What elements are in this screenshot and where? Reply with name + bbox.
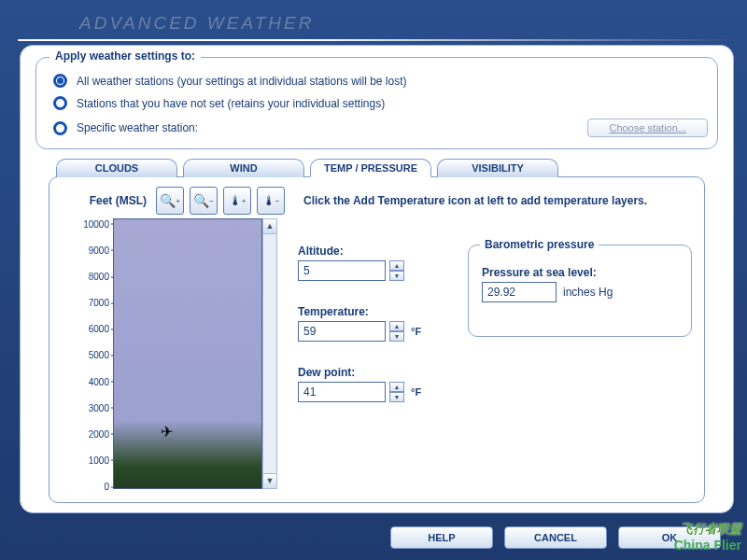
zoom-out-icon[interactable]: 🔍− bbox=[190, 187, 218, 215]
y-tick: 9000 bbox=[89, 245, 109, 255]
temperature-label: Temperature: bbox=[298, 305, 447, 318]
apply-settings-group: Apply weather settings to: All weather s… bbox=[35, 57, 718, 149]
y-axis: 10000 9000 8000 7000 6000 5000 4000 3000… bbox=[63, 218, 113, 489]
chevron-up-icon[interactable]: ▲ bbox=[389, 321, 404, 331]
y-tick: 5000 bbox=[89, 350, 109, 360]
scroll-up-icon[interactable]: ▲ bbox=[263, 219, 276, 234]
scroll-track[interactable] bbox=[263, 234, 276, 473]
tab-temp-pressure[interactable]: TEMP / PRESSURE bbox=[310, 159, 431, 177]
apply-settings-legend: Apply weather settings to: bbox=[49, 49, 201, 63]
cancel-button[interactable]: CANCEL bbox=[504, 526, 607, 549]
help-button[interactable]: HELP bbox=[390, 526, 493, 549]
footer-buttons: HELP CANCEL OK bbox=[14, 513, 740, 549]
watermark-text: 飞行者联盟 bbox=[681, 521, 741, 538]
add-temperature-icon[interactable]: 🌡+ bbox=[223, 187, 251, 215]
y-tick: 7000 bbox=[89, 298, 109, 308]
advanced-weather-window: ADVANCED WEATHER Apply weather settings … bbox=[14, 7, 740, 551]
pressure-input[interactable] bbox=[482, 282, 557, 302]
temperature-spinner[interactable]: ▲ ▼ bbox=[389, 321, 404, 342]
altitude-input[interactable] bbox=[298, 260, 386, 281]
chevron-down-icon[interactable]: ▼ bbox=[389, 331, 404, 342]
altitude-label: Altitude: bbox=[298, 245, 447, 258]
chevron-up-icon[interactable]: ▲ bbox=[389, 260, 404, 271]
radio-unset-stations[interactable]: Stations that you have not set (retains … bbox=[53, 96, 708, 110]
pressure-unit: inches Hg bbox=[563, 286, 613, 299]
y-tick: 4000 bbox=[89, 376, 109, 386]
chevron-up-icon[interactable]: ▲ bbox=[389, 382, 404, 392]
altitude-spinner[interactable]: ▲ ▼ bbox=[389, 260, 404, 281]
y-tick: 3000 bbox=[89, 402, 109, 413]
dewpoint-spinner[interactable]: ▲ ▼ bbox=[389, 382, 404, 402]
pressure-legend: Barometric pressure bbox=[480, 238, 599, 251]
radio-label: All weather stations (your settings at i… bbox=[77, 75, 407, 88]
toolbar-row: Feet (MSL) 🔍+ 🔍− 🌡+ 🌡− Click the Add Tem… bbox=[63, 187, 691, 215]
temperature-field-group: Temperature: ▲ ▼ °F bbox=[298, 305, 447, 342]
radio-all-stations[interactable]: All weather stations (your settings at i… bbox=[53, 74, 708, 88]
inputs-block: Altitude: ▲ ▼ Temperature: bbox=[298, 245, 447, 427]
radio-specific-station[interactable]: Specific weather station: Choose station… bbox=[53, 119, 708, 137]
radio-icon bbox=[53, 96, 67, 110]
radio-label: Stations that you have not set (retains … bbox=[77, 97, 385, 110]
y-tick: 8000 bbox=[89, 272, 109, 282]
zoom-in-icon[interactable]: 🔍+ bbox=[156, 187, 184, 215]
watermark-text-2: China Flier bbox=[674, 538, 741, 553]
tab-wind[interactable]: WIND bbox=[183, 159, 304, 177]
radio-icon bbox=[53, 121, 67, 135]
tabs-row: CLOUDS WIND TEMP / PRESSURE VISIBILITY bbox=[56, 159, 705, 177]
tab-body: 10000 9000 8000 7000 6000 5000 4000 3000… bbox=[63, 218, 691, 489]
dewpoint-input[interactable] bbox=[298, 382, 386, 402]
barometric-pressure-group: Barometric pressure Pressure at sea leve… bbox=[468, 245, 692, 337]
title-bar: ADVANCED WEATHER bbox=[14, 7, 740, 39]
temperature-unit: °F bbox=[411, 326, 421, 337]
pressure-label: Pressure at sea level: bbox=[482, 266, 678, 279]
remove-temperature-icon[interactable]: 🌡− bbox=[257, 187, 285, 215]
chart-scrollbar[interactable]: ▲ ▼ bbox=[262, 218, 277, 489]
y-tick: 6000 bbox=[89, 324, 109, 334]
choose-station-button[interactable]: Choose station... bbox=[587, 119, 708, 137]
y-tick: 0 bbox=[104, 482, 109, 492]
tab-clouds[interactable]: CLOUDS bbox=[56, 159, 177, 177]
temperature-input[interactable] bbox=[298, 321, 386, 342]
window-title: ADVANCED WEATHER bbox=[79, 13, 314, 34]
y-tick: 1000 bbox=[89, 455, 109, 465]
altitude-canvas[interactable]: ✈ bbox=[113, 218, 262, 489]
title-divider bbox=[18, 39, 736, 41]
radio-icon bbox=[53, 74, 67, 88]
tab-content: Feet (MSL) 🔍+ 🔍− 🌡+ 🌡− Click the Add Tem… bbox=[49, 176, 705, 503]
chevron-down-icon[interactable]: ▼ bbox=[389, 392, 404, 402]
airplane-icon: ✈ bbox=[161, 423, 173, 441]
chevron-down-icon[interactable]: ▼ bbox=[389, 271, 404, 281]
y-tick: 10000 bbox=[83, 218, 109, 229]
dewpoint-field-group: Dew point: ▲ ▼ °F bbox=[298, 366, 447, 402]
altitude-field-group: Altitude: ▲ ▼ bbox=[298, 245, 447, 281]
dewpoint-label: Dew point: bbox=[298, 366, 447, 379]
y-tick: 2000 bbox=[89, 428, 109, 439]
hint-text: Click the Add Temperature icon at left t… bbox=[303, 194, 647, 207]
altitude-chart: 10000 9000 8000 7000 6000 5000 4000 3000… bbox=[63, 218, 277, 489]
scroll-down-icon[interactable]: ▼ bbox=[263, 473, 276, 488]
form-column: Altitude: ▲ ▼ Temperature: bbox=[285, 218, 696, 489]
feet-msl-label: Feet (MSL) bbox=[63, 194, 147, 207]
radio-label: Specific weather station: bbox=[77, 121, 198, 134]
main-panel: Apply weather settings to: All weather s… bbox=[20, 45, 734, 513]
dewpoint-unit: °F bbox=[411, 386, 421, 398]
tab-visibility[interactable]: VISIBILITY bbox=[437, 159, 558, 177]
